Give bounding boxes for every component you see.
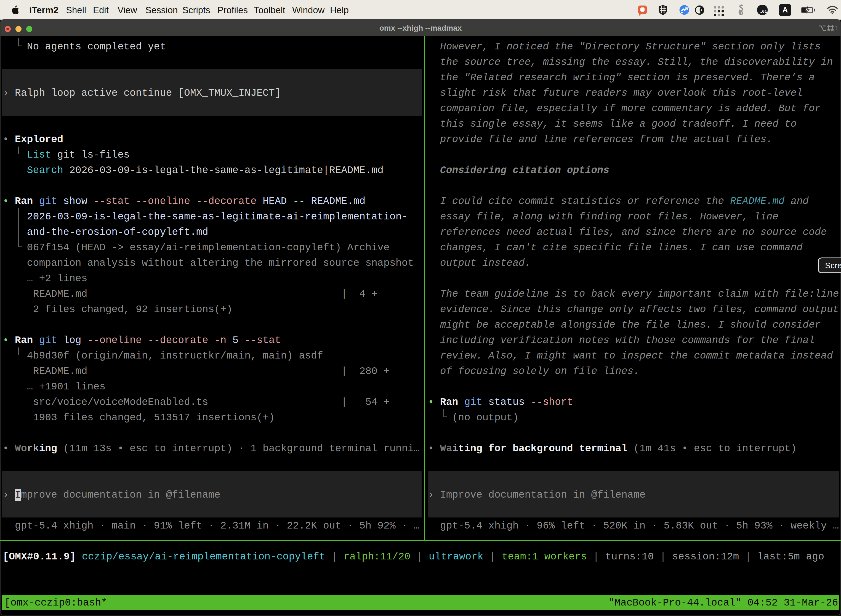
- svg-text:1: 1: [835, 24, 837, 32]
